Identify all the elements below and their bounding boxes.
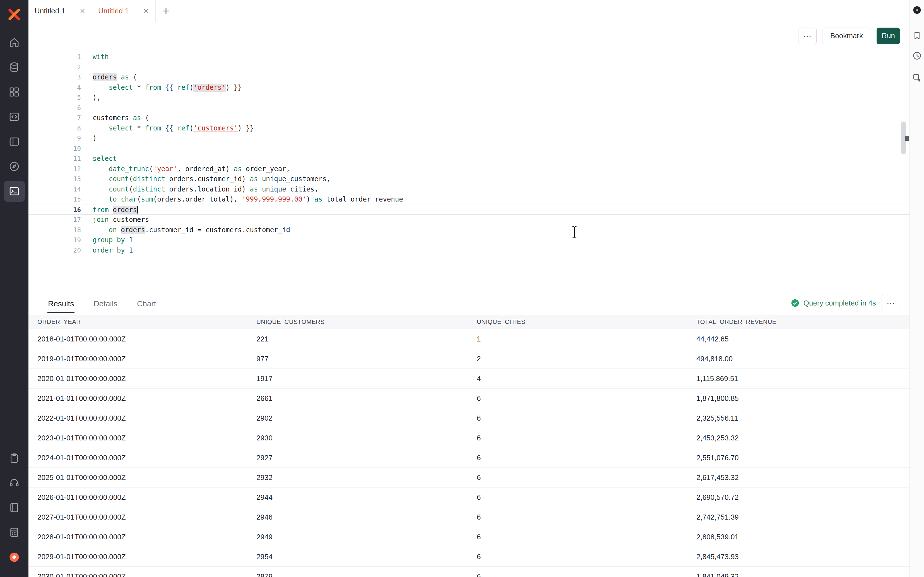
- table-cell: 1,871,800.85: [696, 394, 909, 403]
- code-text: orders as (: [93, 73, 137, 81]
- code-line-17[interactable]: 17join customers: [29, 214, 909, 225]
- more-options-button[interactable]: ⋯: [798, 27, 817, 44]
- code-line-19[interactable]: 19group by 1: [29, 235, 909, 245]
- dbt-logo[interactable]: [3, 546, 25, 568]
- table-cell: 6: [477, 533, 696, 542]
- table-cell: 2024-01-01T00:00:00.000Z: [37, 453, 256, 462]
- inspect-button[interactable]: [912, 73, 922, 83]
- table-row[interactable]: 2027-01-01T00:00:00.000Z294662,742,751.3…: [29, 507, 909, 527]
- table-cell: 494,818.00: [696, 355, 909, 363]
- code-line-14[interactable]: 14 count(distinct orders.location_id) as…: [29, 184, 909, 195]
- sidebar-item-warehouse[interactable]: [3, 56, 25, 78]
- sidebar-item-docs[interactable]: [3, 497, 25, 518]
- table-row[interactable]: 2023-01-01T00:00:00.000Z293062,453,253.3…: [29, 428, 909, 448]
- sidebar-item-explore[interactable]: [3, 156, 25, 177]
- code-line-13[interactable]: 13 count(distinct orders.customer_id) as…: [29, 174, 909, 184]
- code-text: on orders.customer_id = customers.custom…: [93, 226, 290, 234]
- paradime-logo[interactable]: [7, 7, 21, 22]
- table-cell: 1,115,869.51: [696, 374, 909, 383]
- code-text: count(distinct orders.location_id) as un…: [93, 185, 318, 193]
- sidebar-item-support[interactable]: [3, 472, 25, 493]
- sidebar-item-workspaces[interactable]: [3, 131, 25, 152]
- code-line-6[interactable]: 6: [29, 103, 909, 113]
- code-line-3[interactable]: 3orders as (: [29, 72, 909, 82]
- results-header: ResultsDetailsChart Query completed in 4…: [29, 291, 909, 315]
- code-line-2[interactable]: 2: [29, 62, 909, 73]
- copilot-button[interactable]: [912, 5, 922, 15]
- code-line-10[interactable]: 10: [29, 143, 909, 154]
- line-number: 5: [29, 93, 81, 103]
- close-icon[interactable]: ×: [143, 6, 149, 15]
- table-cell: 1,841,049.32: [696, 572, 909, 577]
- results-tab-details[interactable]: Details: [93, 293, 118, 313]
- table-cell: 2930: [256, 434, 477, 442]
- table-row[interactable]: 2030-01-01T00:00:00.000Z287961,841,049.3…: [29, 567, 909, 577]
- sql-editor[interactable]: 1with23orders as (4 select * from {{ ref…: [29, 50, 909, 291]
- close-icon[interactable]: ×: [79, 6, 86, 15]
- code-line-12[interactable]: 12 date_trunc('year', ordered_at) as ord…: [29, 164, 909, 174]
- tab-untitled-2[interactable]: Untitled 1 ×: [92, 0, 156, 22]
- table-row[interactable]: 2022-01-01T00:00:00.000Z290262,325,556.1…: [29, 408, 909, 428]
- history-button[interactable]: [912, 51, 922, 61]
- code-line-11[interactable]: 11select: [29, 153, 909, 164]
- code-line-1[interactable]: 1with: [29, 52, 909, 62]
- results-tab-results[interactable]: Results: [47, 293, 74, 313]
- database-icon: [8, 61, 20, 73]
- code-line-16[interactable]: 16from orders: [29, 205, 909, 215]
- column-header[interactable]: TOTAL_ORDER_REVENUE: [696, 318, 909, 326]
- code-line-5[interactable]: 5),: [29, 93, 909, 103]
- table-cell: 2,845,473.93: [696, 553, 909, 561]
- code-text: ),: [93, 93, 101, 102]
- sidebar-item-apps[interactable]: [3, 81, 25, 103]
- run-button[interactable]: Run: [877, 27, 900, 44]
- code-line-7[interactable]: 7customers as (: [29, 113, 909, 123]
- table-cell: 2021-01-01T00:00:00.000Z: [37, 394, 256, 403]
- table-cell: 2019-01-01T00:00:00.000Z: [37, 355, 256, 363]
- line-number: 1: [29, 52, 81, 62]
- code-line-20[interactable]: 20order by 1: [29, 245, 909, 256]
- code-lines: 1with23orders as (4 select * from {{ ref…: [29, 52, 909, 255]
- terminal-icon: [8, 185, 20, 197]
- tab-untitled-1[interactable]: Untitled 1 ×: [29, 0, 92, 22]
- column-header[interactable]: ORDER_YEAR: [37, 318, 256, 326]
- code-line-4[interactable]: 4 select * from {{ ref('orders') }}: [29, 82, 909, 93]
- table-row[interactable]: 2018-01-01T00:00:00.000Z221144,442.65: [29, 329, 909, 349]
- bookmarks-button[interactable]: [912, 31, 922, 41]
- table-row[interactable]: 2029-01-01T00:00:00.000Z295462,845,473.9…: [29, 547, 909, 567]
- table-row[interactable]: 2020-01-01T00:00:00.000Z191741,115,869.5…: [29, 369, 909, 388]
- new-tab-button[interactable]: +: [156, 0, 176, 22]
- column-header[interactable]: UNIQUE_CUSTOMERS: [256, 318, 477, 326]
- column-header[interactable]: UNIQUE_CITIES: [477, 318, 696, 326]
- table-row[interactable]: 2026-01-01T00:00:00.000Z294462,690,570.7…: [29, 488, 909, 507]
- sidebar-item-code-editor[interactable]: [3, 106, 25, 127]
- sidebar-item-home[interactable]: [3, 32, 25, 53]
- code-line-8[interactable]: 8 select * from {{ ref('customers') }}: [29, 123, 909, 134]
- bookmark-button[interactable]: Bookmark: [822, 27, 871, 44]
- table-cell: 2020-01-01T00:00:00.000Z: [37, 374, 256, 383]
- line-number: 12: [29, 164, 81, 174]
- table-cell: 1917: [256, 374, 477, 383]
- line-number: 7: [29, 113, 81, 123]
- code-line-9[interactable]: 9): [29, 133, 909, 143]
- code-line-15[interactable]: 15 to_char(sum(orders.order_total), '999…: [29, 194, 909, 205]
- results-tab-chart[interactable]: Chart: [136, 293, 157, 313]
- table-row[interactable]: 2024-01-01T00:00:00.000Z292762,551,076.7…: [29, 448, 909, 468]
- table-cell: 6: [477, 453, 696, 462]
- table-cell: 2,742,751.39: [696, 513, 909, 522]
- sidebar-item-calculator[interactable]: [3, 522, 25, 543]
- code-line-18[interactable]: 18 on orders.customer_id = customers.cus…: [29, 225, 909, 235]
- line-number: 4: [29, 82, 81, 93]
- table-row[interactable]: 2028-01-01T00:00:00.000Z294962,808,539.0…: [29, 527, 909, 547]
- line-number: 13: [29, 174, 81, 184]
- table-row[interactable]: 2025-01-01T00:00:00.000Z293262,617,453.3…: [29, 468, 909, 488]
- table-cell: 2879: [256, 572, 477, 577]
- table-row[interactable]: 2019-01-01T00:00:00.000Z9772494,818.00: [29, 349, 909, 369]
- sidebar-item-clipboard[interactable]: [3, 447, 25, 469]
- sidebar-item-terminal[interactable]: [3, 181, 25, 202]
- table-row[interactable]: 2021-01-01T00:00:00.000Z266161,871,800.8…: [29, 388, 909, 408]
- layout-icon: [8, 136, 20, 147]
- table-header-row: ORDER_YEARUNIQUE_CUSTOMERSUNIQUE_CITIEST…: [29, 315, 909, 329]
- text-caret: [137, 206, 138, 214]
- results-more-button[interactable]: ⋯: [882, 295, 900, 311]
- table-cell: 2028-01-01T00:00:00.000Z: [37, 533, 256, 542]
